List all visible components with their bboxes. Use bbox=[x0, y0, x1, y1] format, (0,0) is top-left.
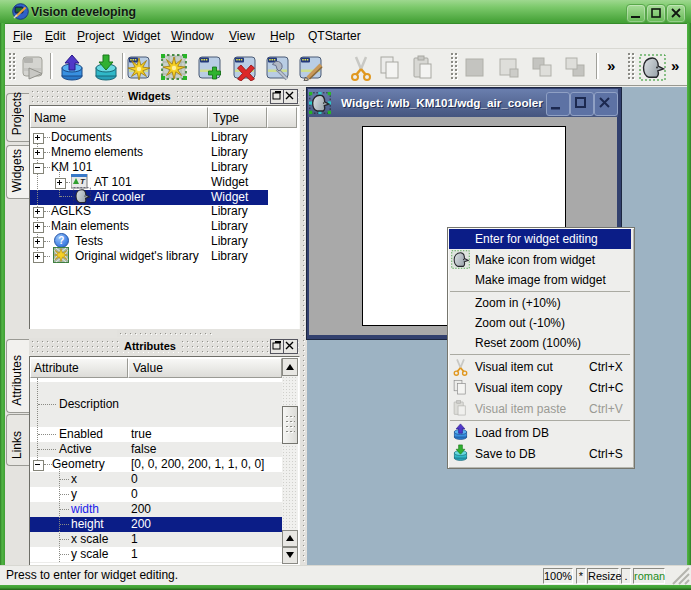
svg-text:?: ? bbox=[58, 235, 64, 246]
